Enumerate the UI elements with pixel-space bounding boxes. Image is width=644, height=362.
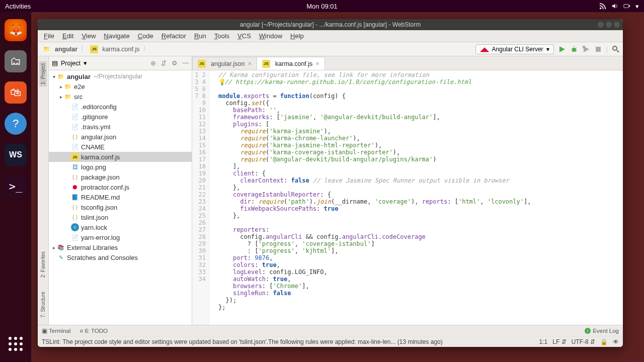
dock-webstorm[interactable]: WS <box>5 144 27 166</box>
json-icon: { } <box>71 213 79 221</box>
activities[interactable]: Activities <box>5 3 31 10</box>
search-button[interactable] <box>612 45 620 53</box>
dock-files[interactable]: 🗂 <box>5 50 27 72</box>
tree-file--editorconfig[interactable]: 📄.editorconfig <box>49 102 192 112</box>
clock[interactable]: Mon 09:01 <box>306 3 337 10</box>
tree-file-yarn-error-log[interactable]: 📄yarn-error.log <box>49 232 192 242</box>
locate-icon[interactable]: ⊕ <box>150 59 156 67</box>
dock-software[interactable]: 🛍 <box>5 81 27 104</box>
menu-run[interactable]: Run <box>191 31 209 41</box>
toolwin-todo[interactable]: ≡ 6: TODO <box>79 328 108 334</box>
fold-column[interactable] <box>209 70 215 325</box>
toolwin-terminal[interactable]: ▣ Terminal <box>42 327 70 334</box>
svg-rect-2 <box>629 5 630 7</box>
gear-icon[interactable]: ⚙ <box>172 59 178 67</box>
menu-code[interactable]: Code <box>135 31 156 41</box>
tree-file-protractor-conf-js[interactable]: ⬢protractor.conf.js <box>49 182 192 192</box>
run-button[interactable] <box>558 45 566 53</box>
project-header-icon: ▤ <box>52 59 58 67</box>
menu-file[interactable]: File <box>41 31 57 41</box>
scratch-icon: ✎ <box>57 253 65 261</box>
tree-file-package-json[interactable]: { }package.json <box>49 172 192 182</box>
dock-apps-grid[interactable] <box>6 334 26 354</box>
menu-view[interactable]: View <box>78 31 99 41</box>
status-message[interactable]: TSLint: The project code style and edito… <box>42 338 443 345</box>
tree-file-tslint-json[interactable]: { }tslint.json <box>49 212 192 222</box>
tab-angular-json[interactable]: JSangular.json× <box>192 57 257 70</box>
tree-scratches[interactable]: ✎Scratches and Consoles <box>49 252 192 262</box>
hide-icon[interactable]: — <box>183 59 189 67</box>
file-icon: 📄 <box>71 103 79 111</box>
status-caret[interactable]: 1:1 <box>539 338 548 345</box>
chevron-down-icon[interactable]: ▾ <box>84 59 87 67</box>
yarn-icon: Y <box>71 223 79 231</box>
tree-file-CNAME[interactable]: 📄CNAME <box>49 142 192 152</box>
svg-point-6 <box>613 46 617 50</box>
tree-file--gitignore[interactable]: 📄.gitignore <box>49 112 192 122</box>
angular-icon: ◢◣ <box>480 46 489 53</box>
dock-help[interactable]: ? <box>5 113 27 135</box>
tree-root[interactable]: ▾📁angular~/Projects/angular <box>49 71 192 81</box>
menu-window[interactable]: Window <box>256 31 285 41</box>
tree-file--travis-yml[interactable]: 📄.travis.yml <box>49 122 192 132</box>
system-tray[interactable]: ▾ <box>599 3 639 10</box>
tree-dir-src[interactable]: ▸📁src <box>49 92 192 102</box>
js-icon: JS <box>198 60 206 68</box>
menu-refactor[interactable]: Refactor <box>158 31 189 41</box>
code-content[interactable]: // Karma configuration file, see link fo… <box>215 70 623 325</box>
tree-dir-e2e[interactable]: ▸📁e2e <box>49 81 192 92</box>
json-icon: { } <box>71 203 79 211</box>
file-icon: 📄 <box>71 123 79 131</box>
svg-rect-1 <box>624 5 629 8</box>
lightbulb-icon[interactable]: 💡 <box>218 78 224 85</box>
close-icon[interactable]: × <box>315 60 319 67</box>
tree-file-README-md[interactable]: 📘README.md <box>49 192 192 202</box>
run-config-selector[interactable]: ◢◣ Angular CLI Server ▾ <box>475 44 554 54</box>
dock-firefox[interactable]: 🦊 <box>5 19 27 41</box>
window-controls[interactable] <box>598 22 620 28</box>
line-gutter[interactable]: 1 2 3 4 5 6 7 8 9 10 11 12 13 14 15 16 1… <box>192 70 209 325</box>
library-icon: 📚 <box>57 243 65 251</box>
debug-button[interactable] <box>570 45 578 53</box>
tree-file-logo-png[interactable]: 🖼logo.png <box>49 162 192 172</box>
sidetab-structure[interactable]: 7: Structure <box>39 290 47 320</box>
menu-navigate[interactable]: Navigate <box>101 31 132 41</box>
sidetab-project[interactable]: 1: Project <box>39 61 47 86</box>
project-header: ▤ Project ▾ ⊕ ⇵ ⚙ — <box>49 56 192 70</box>
ide-titlebar[interactable]: angular [~/Projects/angular] - .../karma… <box>38 19 623 30</box>
minimize-icon <box>598 22 604 28</box>
status-encoding[interactable]: UTF-8 ⇵ <box>572 338 595 345</box>
folder-icon: 📁 <box>57 72 65 80</box>
menu-tools[interactable]: Tools <box>211 31 232 41</box>
close-icon[interactable]: × <box>248 60 252 67</box>
tree-file-karma-conf-js[interactable]: JSkarma.conf.js <box>49 152 192 162</box>
volume-icon <box>611 3 618 10</box>
chevron-down-icon: ▾ <box>635 3 639 10</box>
file-icon: 📄 <box>71 233 79 241</box>
tree-file-tsconfig-json[interactable]: { }tsconfig.json <box>49 202 192 212</box>
svg-rect-5 <box>596 47 601 52</box>
status-linesep[interactable]: LF ⇵ <box>552 338 566 345</box>
chevron-right-icon: 〉 <box>143 45 149 53</box>
tab-karma-conf-js[interactable]: JSkarma.conf.js× <box>257 57 325 70</box>
breadcrumb[interactable]: 📁angular 〉 JSkarma.conf.js 〉 <box>41 44 149 54</box>
image-icon: 🖼 <box>71 163 79 171</box>
tree-file-angular-json[interactable]: { }angular.json <box>49 132 192 142</box>
menu-help[interactable]: Help <box>287 31 307 41</box>
coverage-button[interactable] <box>582 45 590 53</box>
tree-external-libraries[interactable]: ▸📚External Libraries <box>49 242 192 252</box>
code-editor[interactable]: 1 2 3 4 5 6 7 8 9 10 11 12 13 14 15 16 1… <box>192 70 623 325</box>
tree-file-yarn-lock[interactable]: Yyarn.lock <box>49 222 192 232</box>
menu-vcs[interactable]: VCS <box>234 31 254 41</box>
project-panel: ▤ Project ▾ ⊕ ⇵ ⚙ — ▾📁angular~/Projects/… <box>49 56 192 325</box>
collapse-icon[interactable]: ⇵ <box>161 59 167 67</box>
sidetab-favorites[interactable]: 2: Favorites <box>39 249 47 280</box>
dock-terminal[interactable]: >_ <box>5 175 27 197</box>
toolwin-eventlog[interactable]: i Event Log <box>585 328 619 334</box>
editor-tabs: JSangular.json×JSkarma.conf.js× <box>192 56 623 70</box>
project-tree[interactable]: ▾📁angular~/Projects/angular▸📁e2e▸📁src📄.e… <box>49 70 192 325</box>
inspector-icon[interactable]: 👁 <box>613 338 619 345</box>
menu-edit[interactable]: Edit <box>59 31 76 41</box>
project-header-label[interactable]: Project <box>61 60 80 67</box>
lock-icon[interactable]: 🔒 <box>600 338 608 345</box>
